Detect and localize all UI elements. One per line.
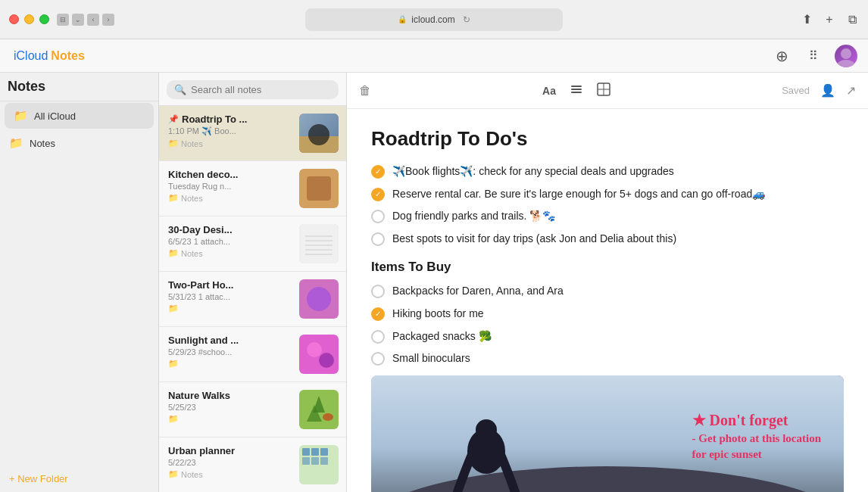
new-folder-button[interactable]: + New Folder [0,466,158,492]
folder-icon: 📁 [168,139,179,148]
search-wrap[interactable]: 🔍 [167,80,339,99]
svg-rect-21 [302,448,310,456]
tabs-icon[interactable]: ⧉ [845,13,859,26]
note-item[interactable]: Urban planner 5/22/23 📁 Notes [159,438,346,492]
svg-rect-31 [571,92,582,93]
grid-icon[interactable]: ⠿ [803,45,824,67]
trash-icon[interactable]: 🗑 [359,84,371,98]
note-title: Two-Part Ho... [168,279,293,291]
note-thumb [299,114,339,153]
note-folder: Notes [181,249,203,258]
note-item[interactable]: 📌 Roadtrip To ... 1:10 PM ✈️ Boo... 📁 No… [159,106,346,161]
checklist-text: Hiking boots for me [392,307,484,322]
svg-point-19 [323,413,333,421]
sidebar-item-notes[interactable]: 📁 Notes [0,130,158,156]
note-folder: Notes [181,194,203,203]
search-input[interactable] [191,84,331,95]
table-icon[interactable] [597,83,610,99]
note-item[interactable]: Nature Walks 5/25/23 📁 [159,382,346,438]
note-footer: 📁 Notes [168,193,293,203]
chevron-down-icon[interactable]: ⌄ [72,14,84,26]
svg-point-12 [307,287,331,311]
checkbox[interactable]: ✓ [371,188,385,201]
note-footer: 📁 Notes [168,469,293,479]
url-text: icloud.com [411,14,454,25]
main-content: Notes 📁 All iCloud 📁 Notes + New Folder … [0,73,868,492]
note-content: Nature Walks 5/25/23 📁 [168,390,293,429]
text-format-icon[interactable]: Aa [542,85,556,97]
svg-rect-25 [311,457,319,465]
note-body: Roadtrip To Do's ✓ ✈️Book flights✈️: che… [347,109,868,492]
close-button[interactable] [9,14,19,24]
back-button[interactable]: ‹ [87,14,99,26]
svg-rect-26 [320,457,328,465]
share-user-icon[interactable]: 👤 [820,83,835,98]
pin-icon: 📌 [168,114,179,124]
note-item[interactable]: Two-Part Ho... 5/31/23 1 attac... 📁 [159,272,346,327]
svg-rect-30 [571,89,582,90]
note-meta: 6/5/23 1 attach... [168,237,293,246]
share-icon[interactable]: ⬆ [800,13,813,26]
lock-icon: 🔒 [398,15,407,23]
note-content: Two-Part Ho... 5/31/23 1 attac... 📁 [168,279,293,319]
folder-icon: 📁 [168,248,179,258]
note-title: Roadtrip To ... [182,114,247,125]
checkbox[interactable] [371,232,385,246]
app-header: iCloud Notes ⊕ ⠿ [0,39,868,73]
forward-button[interactable]: › [102,14,114,26]
note-item[interactable]: Kitchen deco... Tuesday Rug n... 📁 Notes [159,161,346,216]
note-meta: 5/22/23 [168,458,293,467]
note-item[interactable]: Sunlight and ... 5/29/23 #schoo... 📁 [159,327,346,382]
svg-point-15 [319,353,334,368]
note-meta: 5/31/23 1 attac... [168,292,293,301]
export-icon[interactable]: ↗ [846,83,856,98]
svg-point-14 [307,342,322,357]
new-tab-icon[interactable]: + [823,13,836,26]
folder-icon: 📁 [168,304,179,313]
folder-icon: 📁 [14,109,28,123]
notes-list: 🔍 📌 Roadtrip To ... 1:10 PM ✈️ Boo... 📁 … [159,73,347,492]
reload-icon[interactable]: ↻ [463,14,470,25]
note-title: Kitchen deco... [168,169,293,180]
note-title: Nature Walks [168,390,293,401]
checkbox[interactable]: ✓ [371,165,385,179]
note-title: 30-Day Desi... [168,224,293,235]
note-thumb [299,390,339,429]
note-footer: 📁 [168,304,293,313]
add-icon[interactable]: ⊕ [771,45,792,67]
checklist-item: Best spots to visit for day trips (ask J… [371,232,844,247]
sidebar-item-all-icloud[interactable]: 📁 All iCloud [5,103,154,129]
checklist-item: Backpacks for Daren, Anna, and Ara [371,284,844,299]
note-content: Kitchen deco... Tuesday Rug n... 📁 Notes [168,169,293,208]
address-bar[interactable]: 🔒 icloud.com ↻ [305,8,563,31]
checklist-item: ✓ Reserve rental car. Be sure it's large… [371,187,844,202]
note-item[interactable]: 30-Day Desi... 6/5/23 1 attach... 📁 Note… [159,216,346,272]
annotation-line2: - Get photo at this location [692,431,821,447]
folder-icon: 📁 [168,414,179,424]
search-bar: 🔍 [159,73,346,106]
checkbox[interactable] [371,352,385,366]
maximize-button[interactable] [39,14,49,24]
svg-rect-4 [307,176,331,201]
checkbox[interactable]: ✓ [371,307,385,321]
image-annotation: ★ Don't forget - Get photo at this locat… [692,409,821,462]
minimize-button[interactable] [24,14,34,24]
window-controls: ⊟ ⌄ ‹ › [57,14,114,26]
checklist-text: Backpacks for Daren, Anna, and Ara [392,284,564,299]
checklist-text: Packaged snacks 🥦 [392,329,492,344]
checklist-icon[interactable] [570,83,583,99]
avatar[interactable] [835,45,857,67]
sidebar-toggle[interactable]: ⊟ [57,14,69,26]
note-title: Roadtrip To Do's [371,127,844,151]
note-meta: Tuesday Rug n... [168,182,293,191]
notes-list-items: 📌 Roadtrip To ... 1:10 PM ✈️ Boo... 📁 No… [159,106,346,492]
note-thumb [299,335,339,374]
note-thumb [299,224,339,263]
note-meta: 1:10 PM ✈️ Boo... [168,126,293,136]
brand: iCloud Notes [11,49,85,63]
checkbox[interactable] [371,210,385,223]
svg-point-38 [476,419,497,441]
checkbox[interactable] [371,330,385,344]
svg-rect-23 [320,448,328,456]
checkbox[interactable] [371,285,385,298]
